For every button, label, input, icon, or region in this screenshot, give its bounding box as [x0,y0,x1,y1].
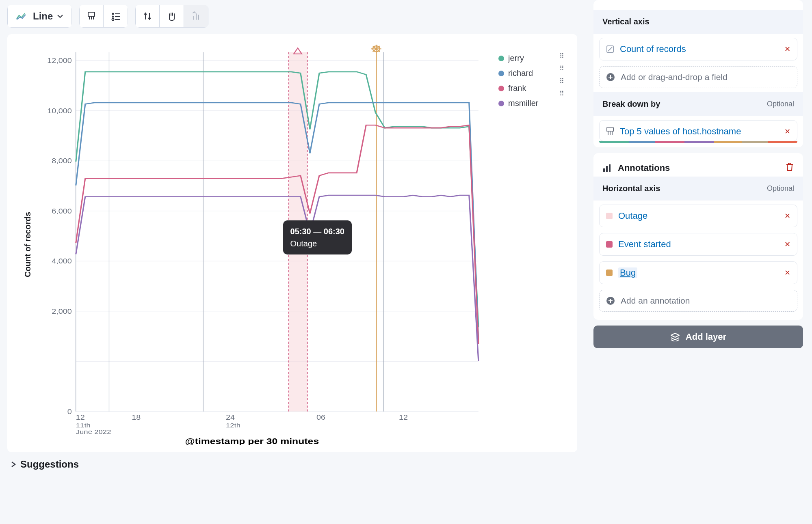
chart-type-selector[interactable]: Line [7,5,72,28]
annotation-color-swatch [606,270,613,276]
svg-text:0: 0 [67,408,72,415]
chart-legend: jerry richard frank msmiller [494,44,554,445]
palette-preview [599,141,797,143]
string-field-icon [606,127,614,136]
vertical-axis-header: Vertical axis [593,10,803,34]
svg-rect-45 [606,166,608,172]
plus-circle-icon [606,73,615,82]
add-annotation-button[interactable]: Add an annotation [599,290,797,312]
svg-text:06: 06 [316,414,325,421]
delete-layer-button[interactable] [785,162,794,174]
vertical-axis-metric[interactable]: Count of records ✕ [599,38,797,60]
line-chart-icon [16,11,29,21]
svg-text:12th: 12th [226,422,240,429]
remove-icon[interactable]: ✕ [784,240,790,249]
density-button-disabled [184,5,208,28]
layers-icon [670,332,680,341]
svg-rect-46 [609,164,611,172]
remove-icon[interactable]: ✕ [784,268,790,277]
chart-type-label: Line [33,11,53,22]
add-layer-button[interactable]: Add layer [593,326,803,348]
empty-metric-icon [606,45,614,53]
annotations-header: Annotations [593,153,803,177]
tooltip-title: 05:30 — 06:30 [290,225,344,237]
annotation-item-event[interactable]: Event started ✕ [599,233,797,256]
color-mode-button[interactable] [79,5,104,28]
breakdown-field[interactable]: Top 5 values of host.hostname ✕ [599,120,797,141]
annotations-icon [602,164,612,173]
svg-text:4,000: 4,000 [52,258,72,265]
chevron-down-icon [57,14,63,18]
annotation-color-swatch [606,241,613,248]
trash-icon [785,162,794,172]
svg-text:24: 24 [226,414,235,421]
svg-point-0 [112,13,114,15]
density-icon [191,11,201,21]
svg-text:@timestamp per 30 minutes: @timestamp per 30 minutes [185,436,319,445]
sort-button[interactable] [135,5,160,28]
svg-line-42 [608,47,612,51]
svg-text:12: 12 [399,414,408,421]
list-sliders-icon [111,12,121,21]
svg-text:11th: 11th [76,422,91,429]
panel-drag-handles[interactable]: ⠿⠿⠿⠿ [554,44,569,445]
chart-panel: Count of records 12,000 10,000 8,000 6,0… [7,34,577,452]
sort-icon [143,11,152,21]
annotation-item-bug[interactable]: Bug ✕ [599,261,797,284]
grab-icon [166,11,178,21]
svg-point-2 [112,19,114,21]
axis-settings-button[interactable] [104,5,128,28]
legend-item[interactable]: msmiller [498,99,553,108]
legend-item[interactable]: richard [498,69,553,78]
suggestions-toggle[interactable]: Suggestions [7,459,577,470]
brush-icon [87,11,96,22]
legend-item[interactable]: jerry [498,54,553,63]
svg-text:12,000: 12,000 [47,57,72,65]
annotation-item-outage[interactable]: Outage ✕ [599,205,797,227]
svg-point-1 [112,16,114,18]
config-side-panel: Vertical axis Count of records ✕ Add or … [585,0,812,524]
y-axis-label: Count of records [24,211,33,277]
plus-circle-icon [606,296,615,305]
tooltip-body: Outage [290,237,344,250]
remove-icon[interactable]: ✕ [784,45,790,54]
svg-text:6,000: 6,000 [52,207,72,215]
svg-text:8,000: 8,000 [52,157,72,165]
legend-item[interactable]: frank [498,84,553,93]
annotation-color-swatch [606,213,613,219]
svg-text:June 2022: June 2022 [76,429,111,436]
chart-tooltip: 05:30 — 06:30 Outage [283,220,352,254]
remove-icon[interactable]: ✕ [784,211,790,220]
svg-text:2,000: 2,000 [52,308,72,315]
svg-text:10,000: 10,000 [47,107,72,114]
remove-icon[interactable]: ✕ [784,127,790,136]
breakdown-header: Break down by Optional [593,92,803,116]
svg-text:12: 12 [76,414,85,421]
chevron-right-icon [11,461,16,468]
add-field-dropzone[interactable]: Add or drag-and-drop a field [599,66,797,88]
drag-button[interactable] [160,5,184,28]
svg-text:18: 18 [132,414,141,421]
annotations-axis-header: Horizontal axis Optional [593,177,803,201]
chart-plot-area[interactable]: 12,000 10,000 8,000 6,000 4,000 2,000 0 [41,44,494,445]
chart-toolbar: Line [7,5,577,28]
svg-rect-44 [603,168,605,172]
